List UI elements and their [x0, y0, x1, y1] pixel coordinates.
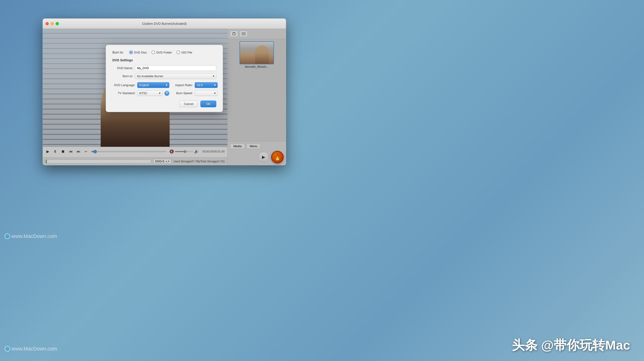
- aspect-ratio-select[interactable]: 16:9 4:3: [195, 82, 218, 88]
- dvd-language-label: DVD Language:: [112, 83, 135, 87]
- watermark-bottom: 🌐 www.MacDown.com: [4, 346, 57, 352]
- radio-dvd-folder-indicator: [152, 50, 155, 54]
- burn-to-device-label: Burn to:: [112, 74, 133, 78]
- radio-dvd-disc[interactable]: DVD Disc: [129, 50, 147, 54]
- burn-speed-row: Burn Speed: 4x 8x 16x ▼: [172, 90, 218, 96]
- globe-icon: 🌐: [4, 234, 10, 239]
- watermark-site1: www.MacDown.com: [12, 233, 57, 239]
- maximize-button[interactable]: [56, 22, 59, 25]
- cancel-button[interactable]: Cancel: [179, 101, 198, 107]
- tv-standard-select[interactable]: NTSC PAL: [137, 90, 162, 96]
- burn-settings-dialog: Burn to: DVD Disc DVD Folder ISO File DV…: [106, 45, 223, 112]
- minimize-button[interactable]: [50, 22, 54, 25]
- radio-dvd-disc-indicator: [129, 50, 133, 54]
- burn-to-row: Burn to: DVD Disc DVD Folder ISO File: [112, 50, 216, 54]
- ok-button[interactable]: OK: [200, 101, 216, 107]
- dvd-name-input[interactable]: [135, 65, 216, 71]
- tv-standard-row: TV Standard: NTSC PAL ▼ ?: [112, 90, 170, 96]
- traffic-lights: [46, 22, 59, 25]
- aspect-ratio-label: Aspect Ratio:: [172, 83, 193, 87]
- col-right: Aspect Ratio: 16:9 4:3 ▼ Burn Speed:: [172, 82, 218, 96]
- watermark-site2: www.MacDown.com: [12, 346, 57, 352]
- dvd-settings-title: DVD Settings: [112, 58, 216, 62]
- dialog-overlay: Burn to: DVD Disc DVD Folder ISO File DV…: [43, 29, 286, 165]
- radio-iso-file-indicator: [176, 50, 180, 54]
- radio-dvd-folder[interactable]: DVD Folder: [152, 50, 172, 54]
- tv-standard-help-icon[interactable]: ?: [164, 91, 170, 96]
- burn-speed-label: Burn Speed:: [172, 91, 193, 95]
- dvd-language-row: DVD Language: English French Spanish ▼: [112, 82, 170, 88]
- watermark-chinese: 头条 @带你玩转Mac: [512, 337, 630, 354]
- burn-to-device-row: Burn to: No Available Burner ▼: [112, 73, 216, 79]
- aspect-ratio-row: Aspect Ratio: 16:9 4:3 ▼: [172, 82, 218, 88]
- dvd-language-select[interactable]: English French Spanish: [137, 82, 170, 88]
- close-button[interactable]: [46, 22, 49, 25]
- globe-icon-2: 🌐: [4, 346, 10, 352]
- window-title: Cisdem DVD Burner(Activated): [142, 22, 187, 25]
- burn-to-label: Burn to:: [112, 50, 124, 54]
- dialog-buttons: Cancel OK: [112, 101, 216, 107]
- burn-device-select[interactable]: No Available Burner: [135, 73, 216, 79]
- app-window: Cisdem DVD Burner(Activated) ▶ ⏸ ⏹ ⏮ ⏭ ✂: [42, 18, 286, 165]
- dvd-name-row: DVD Name:: [112, 65, 216, 71]
- burn-speed-select[interactable]: 4x 8x 16x: [195, 90, 218, 96]
- settings-two-col: DVD Language: English French Spanish ▼: [112, 82, 216, 96]
- watermark-top: 🌐 www.MacDown.com: [4, 233, 57, 239]
- title-bar: Cisdem DVD Burner(Activated): [43, 18, 286, 29]
- dvd-name-label: DVD Name:: [112, 66, 133, 70]
- col-left: DVD Language: English French Spanish ▼: [112, 82, 170, 96]
- tv-standard-label: TV Standard:: [112, 91, 135, 95]
- radio-iso-file[interactable]: ISO File: [176, 50, 192, 54]
